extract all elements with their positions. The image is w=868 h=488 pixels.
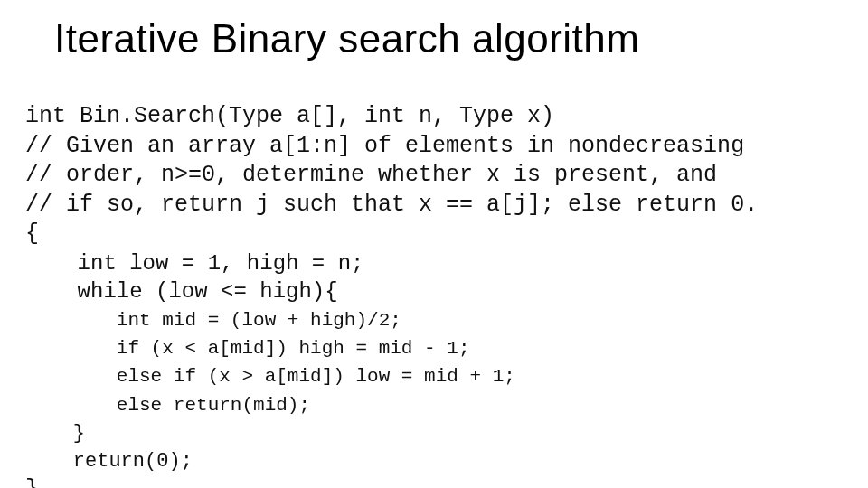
code-line-comment-2: // order, n>=0, determine whether x is p… (25, 162, 717, 188)
code-line-comment-3: // if so, return j such that x == a[j]; … (25, 192, 758, 218)
code-line-close-while: } (25, 422, 85, 445)
code-line-decl: int low = 1, high = n; (25, 251, 363, 276)
code-line-mid: int mid = (low + high)/2; (25, 310, 401, 331)
code-line-if: if (x < a[mid]) high = mid - 1; (25, 338, 469, 359)
code-block: int Bin.Search(Type a[], int n, Type x) … (25, 74, 843, 488)
code-line-signature: int Bin.Search(Type a[], int n, Type x) (25, 103, 554, 129)
slide-title: Iterative Binary search algorithm (54, 16, 843, 61)
code-line-open-brace: { (25, 221, 39, 247)
code-line-comment-1: // Given an array a[1:n] of elements in … (25, 133, 744, 159)
code-line-close-brace: } (25, 476, 39, 488)
slide: Iterative Binary search algorithm int Bi… (0, 0, 868, 488)
code-line-else-return: else return(mid); (25, 395, 310, 416)
code-line-return: return(0); (25, 450, 193, 473)
code-line-while: while (low <= high){ (25, 279, 338, 304)
code-line-elseif: else if (x > a[mid]) low = mid + 1; (25, 366, 515, 387)
